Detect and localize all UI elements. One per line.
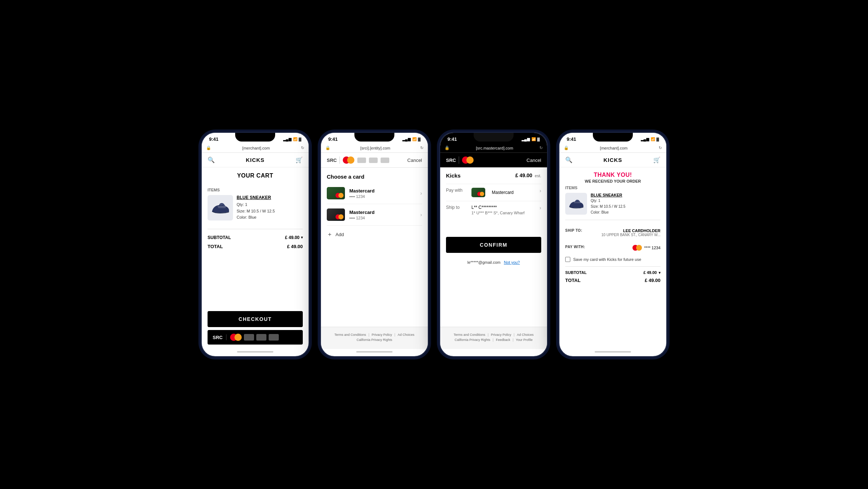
confirm-pay-value: Mastercard	[471, 188, 539, 197]
mc-o1	[338, 193, 343, 198]
home-indicator-2	[321, 349, 428, 356]
cart-icon-4[interactable]: 🛒	[653, 156, 660, 163]
ca-privacy-link-2[interactable]: California Privacy Rights	[357, 338, 392, 342]
privacy-link-3[interactable]: Privacy Policy	[491, 333, 511, 337]
search-icon-4[interactable]: 🔍	[565, 156, 572, 163]
card-item-1[interactable]: Mastercard •••• 1234 ›	[327, 183, 422, 204]
phone-confirm: 9:41 ▂▄▆ 📶 ▓ 🔒 [src.mastercard].com ↻ SR…	[439, 132, 548, 357]
privacy-link-2[interactable]: Privacy Policy	[372, 333, 392, 337]
reload-icon-2: ↻	[420, 146, 423, 150]
src-checkout-button[interactable]: SRC	[208, 330, 303, 345]
save-card-checkbox[interactable]	[565, 257, 570, 262]
ty-subtotal-amount: £ 49.00 ▾	[643, 270, 660, 275]
reload-icon-4: ↻	[659, 146, 662, 150]
ty-pay-value: **** 1234	[632, 245, 660, 251]
cart-icon-1[interactable]: 🛒	[296, 156, 303, 163]
address-bar-2: 🔒 [srci].[entity].com ↻	[321, 143, 428, 153]
cancel-button-2[interactable]: Cancel	[407, 158, 422, 163]
battery-icon-3: ▓	[537, 137, 540, 141]
ship-address: 1* U*** B*** S*, Canary Wharf	[471, 211, 539, 215]
total-label: TOTAL	[208, 244, 223, 249]
svg-rect-2	[574, 203, 581, 203]
lock-icon-1: 🔒	[206, 146, 211, 150]
card-item-2[interactable]: Mastercard •••• 1234 ›	[327, 204, 422, 226]
signal-icon-3: ▂▄▆	[522, 137, 530, 141]
home-indicator-1	[202, 349, 309, 356]
mastercard-logo-1	[230, 334, 242, 341]
total-amount: £ 49.00	[287, 244, 303, 249]
status-time-3: 9:41	[447, 136, 457, 142]
mc-orange-circle	[234, 334, 242, 341]
ty-items-header: ITEMS	[559, 186, 666, 193]
mc-logo-confirm	[462, 156, 474, 164]
confirm-email: le*****@gmail.com	[467, 260, 501, 265]
mc-o4	[636, 245, 642, 251]
address-bar-1: 🔒 [merchant].com ↻	[202, 143, 309, 153]
add-icon: ＋	[327, 231, 333, 238]
notch-4	[593, 133, 633, 142]
choose-card-title: Choose a card	[321, 168, 428, 183]
ty-ship-section: SHIP TO: LEE CARDHOLDER 10 UPPER BANK ST…	[559, 224, 666, 241]
terms-link-3[interactable]: Terms and Conditions	[454, 333, 485, 337]
status-icons-2: ▂▄▆ 📶 ▓	[402, 137, 421, 141]
cancel-button-3[interactable]: Cancel	[527, 158, 541, 163]
items-label-1: ITEMS	[208, 188, 303, 192]
cart-page-title: YOUR CART	[202, 167, 309, 184]
mc-logo-2	[343, 156, 354, 164]
battery-icon-1: ▓	[299, 137, 301, 141]
phone-content-3: SRC Cancel Kicks £ 49.00 est.	[440, 153, 547, 349]
footer-links-2: Terms and Conditions | Privacy Policy | …	[321, 327, 428, 349]
confirm-button[interactable]: CONFIRM	[446, 237, 541, 253]
ad-choices-link-2[interactable]: Ad Choices	[398, 333, 414, 337]
card-ph-2c	[381, 158, 389, 163]
signal-icon-1: ▂▄▆	[283, 137, 292, 141]
phones-container: 9:41 ▂▄▆ 📶 ▓ 🔒 [merchant].com ↻ 🔍 KICKS …	[201, 132, 667, 357]
mc-o3	[466, 156, 474, 164]
checkout-button[interactable]: CHECKOUT	[208, 311, 303, 327]
home-bar-2	[356, 351, 393, 353]
your-profile-link[interactable]: Your Profile	[516, 338, 533, 342]
mc-logo-ty	[632, 245, 642, 251]
ship-to-row[interactable]: Ship to L** C********* 1* U*** B*** S*, …	[446, 201, 541, 219]
ty-store-title: KICKS	[603, 157, 622, 163]
ship-name: L** C*********	[471, 205, 539, 210]
chevron-down-icon: ▾	[301, 235, 303, 239]
ty-main-text: THANK YOU!	[565, 172, 660, 178]
ty-pay-label: PAY WITH:	[565, 245, 585, 251]
lock-icon-4: 🔒	[564, 146, 569, 150]
cart-store-title: KICKS	[246, 157, 265, 163]
ty-ship-value: LEE CARDHOLDER 10 UPPER BANK ST., CANARY…	[602, 228, 660, 237]
phone-content-4: 🔍 KICKS 🛒 THANK YOU! WE RECEIVED YOUR OR…	[559, 153, 666, 349]
wifi-icon-4: 📶	[651, 137, 655, 141]
ty-pay-section: PAY WITH: **** 1234	[559, 241, 666, 255]
src-header-src-label: SRC	[327, 158, 337, 163]
card-ph-2b	[369, 158, 378, 163]
url-2: [srci].[entity].com	[330, 146, 420, 150]
card-info-2: Mastercard •••• 1234	[349, 210, 420, 220]
home-bar-3	[475, 351, 512, 353]
merchant-name: Kicks	[446, 172, 461, 179]
lock-icon-3: 🔒	[445, 146, 450, 150]
status-icons-1: ▂▄▆ 📶 ▓	[283, 137, 301, 141]
footer-row-3a: Terms and Conditions | Privacy Policy | …	[446, 333, 541, 337]
terms-link-2[interactable]: Terms and Conditions	[334, 333, 366, 337]
feedback-link[interactable]: Feedback	[496, 338, 510, 342]
status-time-1: 9:41	[209, 136, 218, 142]
svg-rect-0	[218, 206, 226, 207]
ad-choices-link-3[interactable]: Ad Choices	[517, 333, 534, 337]
add-card-button[interactable]: ＋ Add	[321, 226, 428, 243]
search-icon-1[interactable]: 🔍	[208, 156, 215, 163]
phone-content-2: SRC Cancel Choose a card	[321, 153, 428, 349]
pay-with-row[interactable]: Pay with Mastercard ›	[446, 184, 541, 201]
mc-logo-card-2	[335, 214, 343, 219]
reload-icon-1: ↻	[301, 146, 304, 150]
ca-privacy-link-3[interactable]: California Privacy Rights	[455, 338, 490, 342]
mc-oc	[480, 192, 484, 196]
not-you-link[interactable]: Not you?	[504, 260, 520, 265]
phone-cart: 9:41 ▂▄▆ 📶 ▓ 🔒 [merchant].com ↻ 🔍 KICKS …	[201, 132, 310, 357]
url-1: [merchant].com	[211, 146, 301, 150]
ty-title-section: THANK YOU! WE RECEIVED YOUR ORDER	[559, 167, 666, 186]
add-label: Add	[335, 232, 344, 237]
confirm-merchant-row: Kicks £ 49.00 est.	[446, 172, 541, 179]
save-card-label: Save my card with Kicks for future use	[573, 257, 641, 262]
